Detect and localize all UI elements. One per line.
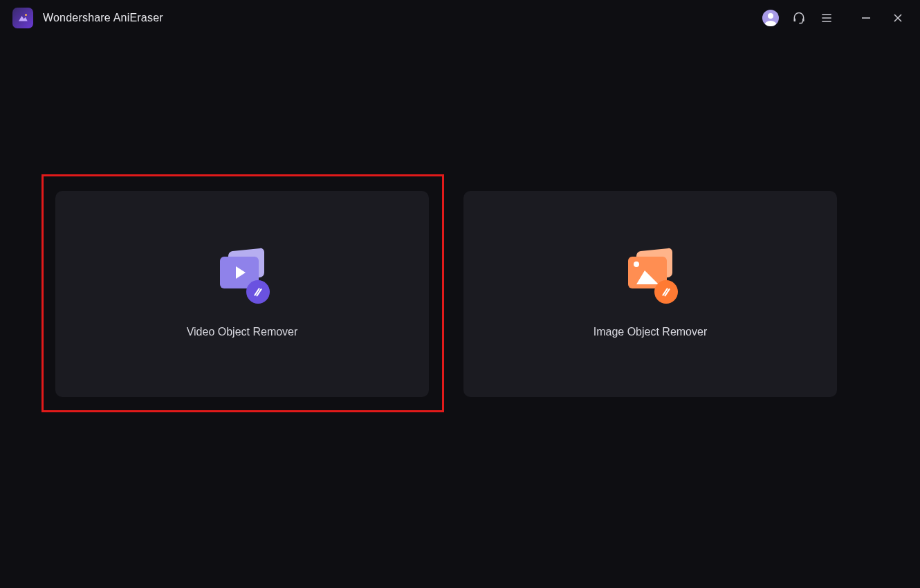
image-eraser-icon [623,250,678,304]
video-eraser-icon [214,250,270,304]
video-object-remover-card[interactable]: Video Object Remover [55,191,429,397]
support-headset-icon[interactable] [791,10,807,26]
main-card-area: Video Object Remover Image Object Remove… [55,191,865,397]
video-card-label: Video Object Remover [187,326,298,338]
minimize-button[interactable] [856,8,876,28]
image-card-wrapper: Image Object Remover [463,191,837,397]
titlebar-controls [762,8,908,28]
titlebar: Wondershare AniEraser [0,0,920,36]
image-card-label: Image Object Remover [594,326,708,338]
app-title: Wondershare AniEraser [43,12,163,24]
hamburger-menu-icon[interactable] [819,10,834,26]
app-logo-icon [12,8,33,28]
video-card-wrapper: Video Object Remover [55,191,429,397]
svg-point-0 [25,14,27,16]
image-object-remover-card[interactable]: Image Object Remover [463,191,837,397]
close-button[interactable] [888,8,908,28]
user-avatar-icon[interactable] [762,10,779,26]
